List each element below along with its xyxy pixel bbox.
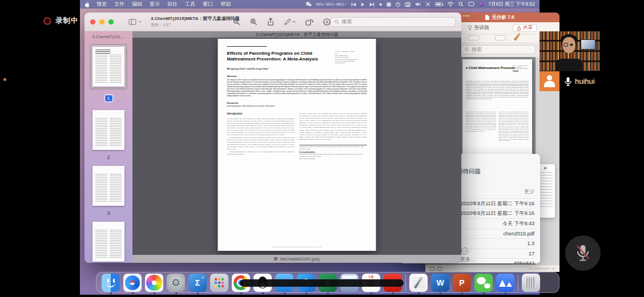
wechat-icon[interactable] xyxy=(474,274,493,292)
abstract-heading: Abstract xyxy=(227,75,367,78)
zoom-out-control[interactable]: − xyxy=(529,266,532,271)
preview-toolbar: A xyxy=(233,18,331,26)
apple-menu-icon[interactable] xyxy=(84,2,90,7)
menu-item[interactable]: 文件 xyxy=(114,1,124,8)
selected-thumbnail-ring xyxy=(90,44,127,89)
show-less-link[interactable]: 更少 xyxy=(524,188,534,196)
zoom-window-button[interactable] xyxy=(108,19,114,25)
scissors-icon[interactable] xyxy=(425,2,430,7)
tell-me-button[interactable]: 告诉我 xyxy=(468,25,489,31)
sigma-stats-app-icon[interactable]: Σ xyxy=(188,274,207,292)
dock-icon-glyph xyxy=(474,274,493,292)
safari-icon[interactable] xyxy=(123,274,142,292)
wifi-icon[interactable] xyxy=(447,2,454,7)
view-mode-icon[interactable] xyxy=(437,267,442,271)
view-mode-icon[interactable] xyxy=(430,267,434,271)
next-track-icon[interactable] xyxy=(369,2,375,7)
zoom-in-control[interactable]: + xyxy=(552,266,555,271)
volume-icon[interactable] xyxy=(415,2,421,7)
app-status-icon[interactable] xyxy=(479,2,484,7)
menu-item[interactable]: 显示 xyxy=(150,1,160,8)
display-icon[interactable] xyxy=(468,2,474,7)
dock-icon-glyph: Σ xyxy=(188,274,207,292)
zoom-out-button[interactable] xyxy=(233,18,240,26)
preview-titlebar[interactable]: 3.ChenMT(2015)META：留守儿童虐待问题 页码：1/17 A xyxy=(84,13,461,31)
meeting-app-icon[interactable] xyxy=(496,274,514,292)
page-thumbnail-4[interactable] xyxy=(90,222,127,263)
participant-row[interactable]: huihui xyxy=(540,71,595,91)
dock-icon-glyph xyxy=(409,274,428,292)
minimize-button[interactable] xyxy=(99,19,104,25)
sidebar-document-name: 3.ChenMT(201… xyxy=(84,34,132,39)
paper-title: Effects of Parenting Programs on Child M… xyxy=(227,51,329,62)
menu-bar: 预览文件编辑显示前往工具窗口帮助 WU~WU~WU~ ♥ 7月6日 周三 下午8… xyxy=(80,0,540,9)
menu-item[interactable]: 工具 xyxy=(185,1,195,8)
page-thumbnail-3[interactable]: 3 xyxy=(90,166,127,216)
journal-info-block: TRAUMA, VIOLENCE, & ABUSE1-17© The Autho… xyxy=(335,51,367,70)
toolbar-box-icon[interactable] xyxy=(495,35,506,40)
menu-item[interactable]: 编辑 xyxy=(132,1,142,8)
office-search-field[interactable]: 搜索 xyxy=(461,45,536,54)
sidebar-toggle-button[interactable] xyxy=(128,19,142,25)
highlight-button[interactable]: A xyxy=(323,18,331,26)
heart-icon[interactable]: ♥ xyxy=(379,2,382,7)
participant-video[interactable] xyxy=(540,31,599,71)
menu-item[interactable]: 窗口 xyxy=(203,1,213,8)
footnote-rule xyxy=(299,145,367,145)
word-icon[interactable]: W xyxy=(431,274,449,292)
share-button[interactable]: 共享 xyxy=(513,24,537,32)
powerpoint-icon[interactable]: P xyxy=(453,274,471,292)
menu-bar-clock[interactable]: 7月6日 周三 下午8:52 xyxy=(488,1,535,8)
disc-status-icon[interactable] xyxy=(387,2,391,7)
chevron-down-icon xyxy=(138,21,142,23)
input-method-icon[interactable] xyxy=(405,2,410,7)
zoom-in-button[interactable] xyxy=(250,18,257,26)
share-button[interactable] xyxy=(267,18,274,26)
play-icon[interactable] xyxy=(361,2,365,7)
mute-button[interactable] xyxy=(565,235,601,271)
running-indicator-dot xyxy=(418,292,420,294)
photos-pinwheel-icon[interactable] xyxy=(145,274,163,292)
markup-button[interactable] xyxy=(284,18,296,26)
svg-text:A: A xyxy=(325,20,328,24)
system-preferences-icon[interactable]: ⚙ xyxy=(167,274,185,292)
window-title-block: 3.ChenMT(2015)META：留守儿童虐待问题 页码：1/17 xyxy=(151,15,224,28)
paper-authors: Mengtong Chen¹ and Ko Ling Chan¹ xyxy=(227,67,329,70)
mini-journal-block: TRAUMA, VIOLENCE, & ABUSE© The Author(s)… xyxy=(512,65,529,72)
window-menu-dots[interactable]: ••• xyxy=(463,13,470,19)
spotlight-search-icon[interactable] xyxy=(458,2,464,7)
emoji-icon[interactable]: ••• xyxy=(461,247,468,254)
zoom-slider[interactable] xyxy=(534,268,550,269)
wechat-menubar-icon[interactable] xyxy=(305,2,312,7)
affiliation: ¹ Department of Social Work and Social A… xyxy=(299,146,367,150)
preview-search-field[interactable] xyxy=(331,17,456,27)
lightbulb-icon xyxy=(468,25,472,31)
corresponding-body: Mengtong Chen, Department of Social Work… xyxy=(299,153,367,157)
keywords-heading: Keywords xyxy=(227,101,367,104)
menu-item[interactable]: 前往 xyxy=(167,1,178,8)
shared-screen-border-bar xyxy=(240,279,404,287)
finder-icon[interactable] xyxy=(102,274,120,292)
toolbar-box-icon[interactable] xyxy=(468,35,479,40)
paragraph: Parenting is shaped by parents' personal… xyxy=(227,136,295,150)
trash-icon[interactable] xyxy=(522,274,540,292)
battery-icon[interactable] xyxy=(435,2,442,6)
running-indicator-dot xyxy=(175,292,177,294)
show-more-link[interactable]: 更多… xyxy=(460,256,476,263)
search-input[interactable] xyxy=(341,19,452,25)
page-thumbnail-1[interactable]: 1 xyxy=(90,44,127,102)
launchpad-icon[interactable] xyxy=(210,274,228,292)
screen-record-icon[interactable] xyxy=(396,2,400,7)
menu-item[interactable]: 帮助 xyxy=(220,1,231,8)
now-playing-title: WU~WU~WU~ xyxy=(316,2,347,7)
close-button[interactable] xyxy=(90,19,95,25)
previous-track-icon[interactable] xyxy=(351,2,356,7)
mini-abstract: The objective of this study is to evalua… xyxy=(466,80,529,108)
menu-item[interactable]: 预览 xyxy=(96,1,107,8)
document-view-header: 3.ChenMT(2015)META：留守儿童虐待问题 xyxy=(132,31,461,38)
notes-icon[interactable] xyxy=(409,274,428,292)
pencil-tool-icon[interactable] xyxy=(514,32,521,40)
app-menus: 预览文件编辑显示前往工具窗口帮助 xyxy=(96,1,238,8)
rotate-button[interactable] xyxy=(305,18,313,26)
page-thumbnail-2[interactable]: 2 xyxy=(90,110,127,160)
